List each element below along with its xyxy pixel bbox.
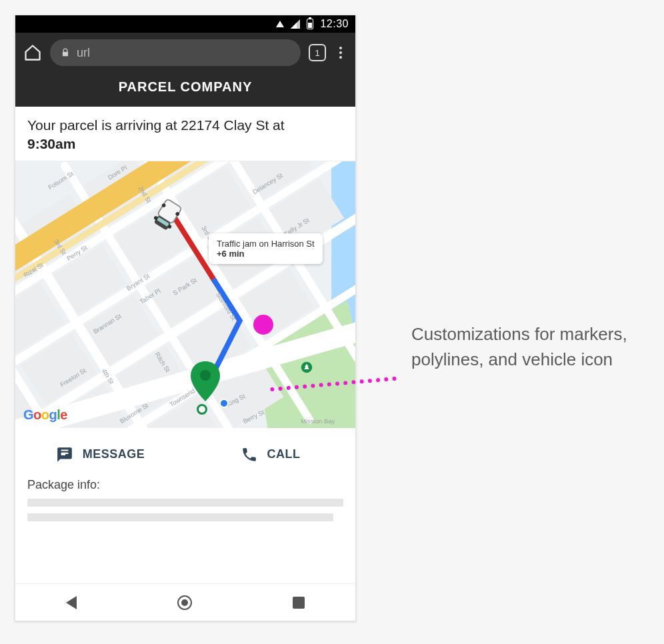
destination-marker[interactable] <box>189 361 221 401</box>
lock-icon <box>61 48 70 57</box>
message-label: MESSAGE <box>83 447 145 461</box>
phone-frame: 12:30 url 1 PARCEL COMP <box>15 15 356 621</box>
heading-time: 9:30am <box>27 136 75 151</box>
destination-circle-icon <box>197 404 207 415</box>
location-dot-icon <box>219 399 229 408</box>
recents-icon[interactable] <box>293 597 305 609</box>
overflow-menu-icon[interactable] <box>334 47 347 59</box>
heading-address: 22174 Clay St <box>181 117 269 133</box>
phone-icon <box>241 446 258 463</box>
back-icon[interactable] <box>66 596 77 609</box>
skeleton-line <box>27 499 343 507</box>
traffic-info-text: Traffic jam on Harrison St <box>217 239 315 249</box>
url-bar[interactable]: url <box>50 39 301 66</box>
tab-count-value: 1 <box>315 48 319 58</box>
cell-signal-icon <box>291 19 300 29</box>
arrival-heading: Your parcel is arriving at 22174 Clay St… <box>15 107 355 161</box>
heading-middle: at <box>269 117 284 133</box>
tab-count-button[interactable]: 1 <box>309 44 326 61</box>
browser-chrome: url 1 <box>15 33 355 66</box>
message-button[interactable]: MESSAGE <box>15 446 185 463</box>
call-label: CALL <box>267 447 301 461</box>
battery-icon <box>307 19 313 29</box>
annotation-text: Customizations for markers, polylines, a… <box>411 322 638 372</box>
message-icon <box>56 446 73 463</box>
svg-point-69 <box>200 370 211 381</box>
home-nav-icon[interactable] <box>177 595 192 610</box>
home-icon[interactable] <box>23 43 42 62</box>
park-icon <box>301 361 313 373</box>
traffic-info-card[interactable]: Traffic jam on Harrison St +6 min <box>209 233 323 264</box>
clock-text: 12:30 <box>320 18 349 30</box>
app-title-bar: PARCEL COMPANY <box>15 66 355 107</box>
url-text: url <box>77 46 90 60</box>
call-button[interactable]: CALL <box>185 446 355 463</box>
heading-prefix: Your parcel is arriving at <box>27 117 181 133</box>
status-bar: 12:30 <box>15 15 355 33</box>
traffic-delay: +6 min <box>217 249 315 259</box>
android-nav-bar <box>15 583 355 621</box>
svg-text:Mission Bay: Mission Bay <box>301 417 335 425</box>
action-bar: MESSAGE CALL <box>15 429 355 475</box>
vehicle-icon <box>148 197 185 235</box>
app-title: PARCEL COMPANY <box>119 79 253 94</box>
annotation-dot-icon <box>253 315 273 335</box>
package-info-label: Package info: <box>15 475 355 492</box>
skeleton-line <box>27 513 333 521</box>
wifi-icon <box>276 21 284 27</box>
map-attribution: Google <box>23 407 67 423</box>
